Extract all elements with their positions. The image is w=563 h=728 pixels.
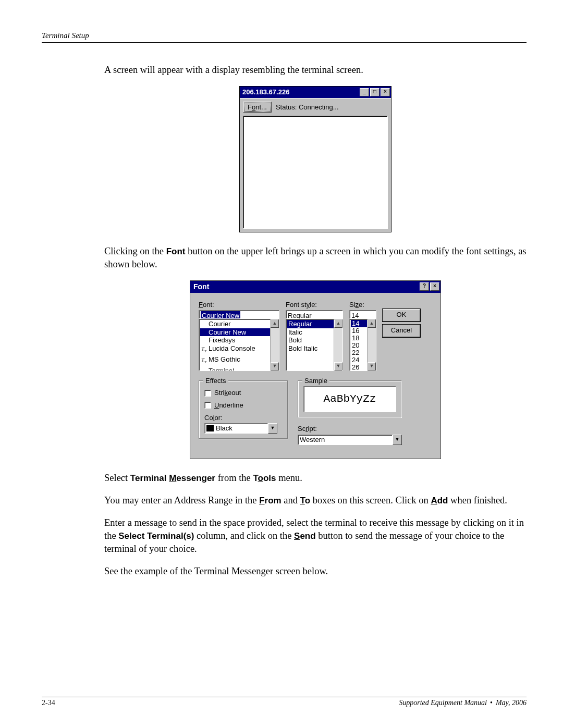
paragraph-6: See the example of the Terminal Messenge…	[104, 565, 527, 578]
style-label: Font style:	[286, 300, 343, 310]
checkbox-icon	[204, 402, 211, 409]
font-dialog-titlebar[interactable]: Font ? ×	[190, 281, 440, 293]
paragraph-2: Clicking on the Font button on the upper…	[104, 245, 527, 271]
script-label: Script:	[298, 424, 402, 434]
list-item[interactable]: Courier New	[200, 328, 279, 337]
header-left: Terminal Setup	[42, 31, 89, 40]
terminal-title: 206.183.67.226	[242, 88, 359, 97]
list-item[interactable]: Terminal	[200, 367, 279, 372]
list-item[interactable]: TTLucida Console	[200, 344, 279, 356]
paragraph-3: Select Terminal Messenger from the Tools…	[104, 472, 527, 485]
scrollbar[interactable]: ▲ ▼	[334, 319, 342, 371]
scroll-up-icon[interactable]: ▲	[271, 319, 279, 328]
font-listbox[interactable]: Courier Courier New Fixedsys TTLucida Co…	[199, 319, 279, 371]
style-listbox[interactable]: Regular Italic Bold Bold Italic ▲ ▼	[286, 319, 343, 371]
truetype-icon: TT	[201, 345, 209, 356]
checkbox-icon	[204, 390, 211, 397]
underline-checkbox[interactable]: Underline	[204, 401, 283, 410]
terminal-canvas	[243, 116, 388, 229]
terminal-titlebar[interactable]: 206.183.67.226 _ □ ×	[240, 87, 391, 98]
ok-button[interactable]: OK	[383, 309, 420, 322]
close-button[interactable]: ×	[430, 282, 439, 291]
font-label: Font:	[199, 300, 279, 310]
font-dialog: Font ? × Font: Courier New Courier Couri…	[190, 280, 441, 459]
strikeout-checkbox[interactable]: Strikeout	[204, 388, 283, 398]
color-label: Color:	[204, 413, 283, 423]
size-input[interactable]: 14	[349, 310, 376, 319]
size-listbox[interactable]: 14 16 18 20 22 24 26 ▲ ▼	[349, 319, 376, 371]
paragraph-5: Enter a message to send in the space pro…	[104, 516, 527, 556]
scrollbar[interactable]: ▲ ▼	[270, 319, 279, 371]
page-number: 2-34	[42, 699, 55, 707]
scroll-down-icon[interactable]: ▼	[334, 362, 342, 371]
sample-preview: AaBbYyZz	[303, 386, 396, 412]
scroll-down-icon[interactable]: ▼	[368, 362, 376, 371]
color-combo[interactable]: Black ▼	[204, 423, 277, 434]
dropdown-icon[interactable]: ▼	[268, 423, 277, 434]
paragraph-1: A screen will appear with a display rese…	[104, 64, 527, 77]
list-item[interactable]: Courier	[200, 320, 279, 328]
sample-label: Sample	[302, 376, 329, 386]
list-item[interactable]: Fixedsys	[200, 336, 279, 344]
sample-group: Sample AaBbYyZz	[298, 380, 402, 418]
maximize-button[interactable]: □	[370, 88, 380, 96]
font-input[interactable]: Courier New	[199, 310, 279, 319]
scroll-up-icon[interactable]: ▲	[368, 319, 376, 328]
help-button[interactable]: ?	[420, 282, 429, 291]
script-combo[interactable]: Western ▼	[298, 435, 402, 445]
font-button[interactable]: Font...	[243, 102, 272, 113]
footer-right: Supported Equipment Manual•May, 2006	[399, 699, 527, 707]
effects-label: Effects	[203, 376, 228, 386]
scroll-up-icon[interactable]: ▲	[334, 319, 342, 328]
scroll-down-icon[interactable]: ▼	[271, 362, 279, 371]
truetype-icon: TT	[201, 356, 209, 367]
minimize-button[interactable]: _	[360, 88, 369, 96]
effects-group: Effects Strikeout Underline Color:	[199, 380, 288, 439]
font-dialog-title: Font	[193, 282, 419, 292]
scrollbar[interactable]: ▲ ▼	[367, 319, 376, 371]
page-footer: 2-34 Supported Equipment Manual•May, 200…	[42, 697, 527, 707]
size-label: Size:	[349, 300, 376, 310]
terminal-window: 206.183.67.226 _ □ × Font... Status: Con…	[239, 86, 391, 232]
page-header: Terminal Setup	[42, 31, 527, 43]
status-text: Status: Connecting...	[276, 103, 339, 112]
list-item[interactable]: TTMS Gothic	[200, 355, 279, 367]
dropdown-icon[interactable]: ▼	[393, 435, 402, 445]
paragraph-4: You may enter an Address Range in the Fr…	[104, 494, 527, 507]
cancel-button[interactable]: Cancel	[383, 325, 420, 337]
color-swatch-icon	[206, 425, 214, 431]
close-button[interactable]: ×	[381, 88, 390, 96]
style-input[interactable]: Regular	[286, 310, 343, 319]
